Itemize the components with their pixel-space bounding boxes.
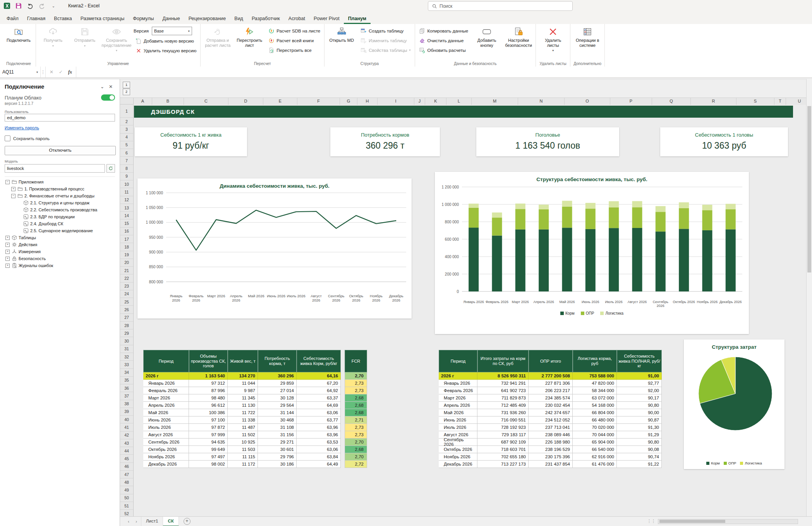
vertical-scrollbar-thumb[interactable]	[807, 106, 811, 272]
table-cell[interactable]: 2026 г	[439, 372, 477, 380]
ribbon-button[interactable]: Подключить	[3, 25, 34, 44]
row-header[interactable]: 27	[120, 314, 133, 322]
kpi-card[interactable]: Потребность кормов360 296 т	[330, 127, 440, 156]
column-header[interactable]: I	[378, 98, 414, 105]
table-cell[interactable]: 66 804 000	[573, 409, 617, 416]
table-cell[interactable]: 63,37	[297, 394, 341, 402]
table-cell[interactable]: 30 601	[258, 446, 297, 453]
row-header[interactable]: 28	[120, 322, 133, 329]
menu-tab[interactable]: Планум	[344, 14, 371, 24]
table-cell[interactable]: 711 829 873	[477, 394, 529, 402]
table-cell[interactable]: Ноябрь 2026	[143, 453, 189, 461]
table-cell[interactable]: 238 196 529	[529, 446, 573, 453]
table-cell[interactable]: 92,00	[617, 387, 662, 394]
ribbon-button[interactable]: Удалить листы ▾	[537, 25, 568, 53]
ribbon-button[interactable]: Настройки безопасности	[503, 25, 534, 48]
table-cell[interactable]: 732 941 291	[477, 380, 529, 387]
table-cell[interactable]: 87 996	[189, 387, 228, 394]
column-header[interactable]: N	[518, 98, 565, 105]
table-cell[interactable]: 91,30	[617, 424, 662, 431]
cancel-formula-icon[interactable]: ✕	[47, 69, 56, 75]
table-cell[interactable]: 27 014	[258, 387, 297, 394]
table-cell[interactable]: 64,92	[297, 387, 341, 394]
table-cell[interactable]: 11 722	[228, 409, 258, 416]
row-header[interactable]: 30	[120, 337, 133, 345]
table-cell[interactable]: 713 227 173	[477, 461, 529, 468]
table-cell[interactable]: Апрель 2026	[143, 402, 189, 409]
fcr-value-cell[interactable]: 2,70	[345, 372, 367, 380]
table-cell[interactable]: Ноябрь 2026	[439, 453, 477, 461]
line-chart-card[interactable]: Динамика себестоимости живка, тыс. руб.8…	[137, 178, 412, 319]
tree-expander-icon[interactable]: +	[11, 187, 15, 191]
version-select[interactable]: Base▾	[152, 27, 192, 35]
kpi-card[interactable]: Себестоимость 1 головы10 363 руб	[660, 127, 788, 156]
menu-tab[interactable]: Вид	[230, 14, 247, 24]
table-cell[interactable]: 641 902 723	[477, 387, 529, 394]
row-header[interactable]: 5	[120, 141, 133, 149]
tree-item[interactable]: 2.3. БДР по продукции	[5, 213, 115, 220]
name-box-dropdown-icon[interactable]: ▾	[36, 70, 38, 74]
table-cell[interactable]: 230 175 396	[529, 453, 573, 461]
column-header[interactable]: J	[414, 98, 425, 105]
row-header[interactable]: 33	[120, 361, 133, 368]
sheet-tab[interactable]: Лист1	[141, 517, 163, 526]
column-header[interactable]: C	[184, 98, 228, 105]
column-header[interactable]: K	[425, 98, 446, 105]
row-header[interactable]: 9	[120, 173, 133, 180]
table-cell[interactable]: 90,17	[617, 394, 662, 402]
column-header[interactable]: B	[152, 98, 184, 105]
column-header[interactable]: F	[297, 98, 340, 105]
row-header[interactable]: 18	[120, 243, 133, 251]
row-header[interactable]: 46	[120, 463, 133, 471]
row-header[interactable]: 26	[120, 306, 133, 314]
fcr-value-cell[interactable]: 2,73	[345, 424, 367, 431]
table-cell[interactable]: 206 223 217	[529, 387, 573, 394]
table-cell[interactable]: 728 192 923	[477, 424, 529, 431]
table-cell[interactable]: 97 999	[189, 431, 228, 439]
table-cell[interactable]: 61 476 000	[573, 461, 617, 468]
tree-item[interactable]: +Действия	[5, 241, 115, 248]
table-cell[interactable]: 30 128	[258, 394, 297, 402]
kpi-card[interactable]: Себестоимость 1 кг живка91 руб/кг	[135, 127, 247, 156]
tree-expander-icon[interactable]: +	[5, 257, 10, 261]
table-cell[interactable]: 63,06	[297, 446, 341, 453]
table-cell[interactable]: 63 072 000	[573, 394, 617, 402]
ribbon-button[interactable]: Перестроить все	[266, 46, 322, 54]
cloud-toggle[interactable]	[101, 94, 115, 101]
row-header[interactable]: 47	[120, 471, 133, 478]
row-header[interactable]: 45	[120, 455, 133, 463]
table-cell[interactable]: 238 089 446	[529, 431, 573, 439]
fcr-value-cell[interactable]: 2,72	[345, 461, 367, 468]
table-cell[interactable]: 70 020 000	[573, 424, 617, 431]
row-header[interactable]: 44	[120, 447, 133, 455]
row-header[interactable]: 29	[120, 329, 133, 337]
kpi-card[interactable]: Поголовье1 163 540 голов	[476, 127, 619, 156]
table-cell[interactable]: 63,96	[297, 424, 341, 431]
menu-tab[interactable]: Формулы	[129, 14, 158, 24]
table-cell[interactable]: Май 2026	[143, 409, 189, 416]
fcr-value-cell[interactable]: 2,68	[345, 446, 367, 453]
table-cell[interactable]: Март 2026	[439, 394, 477, 402]
row-header[interactable]: 24	[120, 290, 133, 298]
table-cell[interactable]: 11 338	[228, 416, 258, 424]
table-cell[interactable]: Сентябрь 2026	[143, 439, 189, 446]
tree-expander-icon[interactable]: −	[5, 180, 10, 184]
fcr-value-cell[interactable]: 2,68	[345, 394, 367, 402]
row-header[interactable]: 7	[120, 157, 133, 164]
table-cell[interactable]: 11 345	[228, 394, 258, 402]
column-header[interactable]: D	[228, 98, 263, 105]
table-cell[interactable]: 67,20	[297, 380, 341, 387]
row-header[interactable]: 19	[120, 251, 133, 259]
tree-item[interactable]: −2. Финансовые отчеты и дэшборды	[5, 192, 115, 199]
table-cell[interactable]: 1 163 540	[189, 372, 228, 380]
column-header[interactable]: S	[736, 98, 774, 105]
column-header[interactable]: L	[446, 98, 472, 105]
tree-item[interactable]: 2.4. Дэшборд СК	[5, 220, 115, 227]
column-header[interactable]: E	[263, 98, 297, 105]
row-header[interactable]: 40	[120, 416, 133, 423]
table-cell[interactable]: 30 186	[258, 461, 297, 468]
table-cell[interactable]: 237 713 041	[529, 424, 573, 431]
table-cell[interactable]: 11 172	[228, 461, 258, 468]
table-cell[interactable]: 94 635	[189, 439, 228, 446]
row-header[interactable]: 3	[120, 125, 133, 133]
